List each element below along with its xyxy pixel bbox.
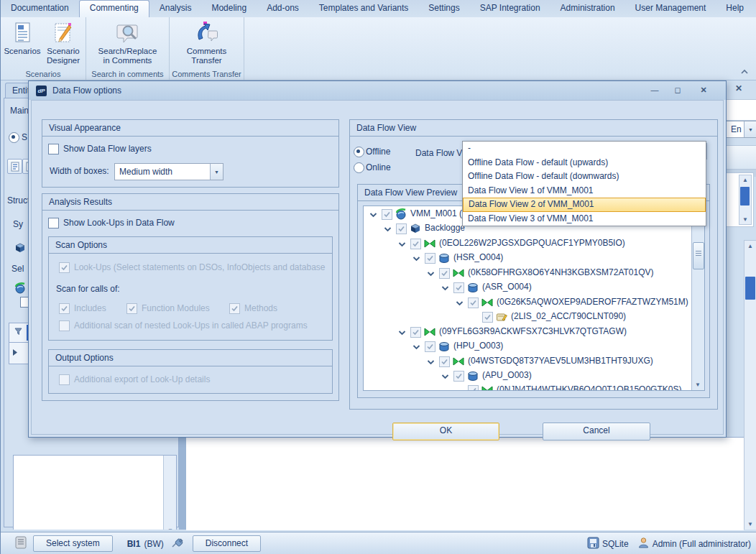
expand-arrow-icon[interactable] bbox=[412, 343, 420, 353]
chevron-down-icon[interactable]: ▼ bbox=[744, 121, 756, 137]
dso-icon bbox=[467, 282, 479, 295]
expand-arrow-icon[interactable] bbox=[427, 358, 435, 368]
offline-radio[interactable] bbox=[354, 147, 364, 157]
scroll-down-icon[interactable]: ▼ bbox=[167, 527, 173, 530]
width-of-boxes-combo[interactable]: Medium width ▼ bbox=[114, 163, 223, 180]
main-vertical-scrollbar[interactable]: ▲ ▼ bbox=[744, 240, 756, 530]
data-flow-preview-tree[interactable]: VMM_M001 (Backlogge(0EOL226W2PJGSXDGPQUA… bbox=[363, 206, 705, 391]
ribbon-tab-help[interactable]: Help bbox=[716, 0, 754, 17]
search-replace-in-comments-button[interactable]: Search/Replace in Comments bbox=[91, 20, 165, 65]
scenario-designer-button[interactable]: Scenario Designer bbox=[42, 20, 84, 65]
vertical-splitter[interactable] bbox=[179, 435, 186, 530]
scroll-down-icon[interactable]: ▼ bbox=[695, 382, 701, 388]
main-scroll-thumb[interactable] bbox=[745, 277, 755, 300]
ribbon-tab-commenting[interactable]: Commenting bbox=[79, 0, 149, 17]
disconnect-button[interactable]: Disconnect bbox=[193, 535, 261, 552]
scan-for-calls-label: Scan for calls of: bbox=[56, 284, 120, 294]
scenarios-button[interactable]: Scenarios bbox=[2, 20, 42, 56]
ribbon-tab-user-management[interactable]: User Management bbox=[625, 0, 716, 17]
expand-arrow-icon[interactable] bbox=[441, 372, 449, 382]
scroll-up-icon[interactable]: ▲ bbox=[742, 177, 748, 183]
tree-node-label: (ASR_O004) bbox=[482, 281, 532, 293]
tree-row[interactable]: (09YFL6G3R9ACKWFSX7C3HLVK7QTGTAGW) bbox=[364, 325, 704, 339]
dropdown-item[interactable]: Offline Data Flow - default (upwards) bbox=[463, 156, 706, 170]
tree-node-checkbox bbox=[410, 239, 421, 249]
tree-row[interactable]: (APU_O003) bbox=[364, 369, 704, 383]
ribbon-tab-add-ons[interactable]: Add-ons bbox=[257, 0, 309, 17]
expand-arrow-icon[interactable] bbox=[427, 269, 435, 280]
tree-row[interactable]: (0EOL226W2PJGSXDGPQUACF1YPMY0B5IO) bbox=[364, 236, 704, 251]
tree-row[interactable]: (0K58OFHRGX8O6Y4NH3KGBXSM72AT01QV) bbox=[364, 266, 704, 280]
tree-row[interactable]: (ASR_O004) bbox=[364, 280, 704, 295]
mini-scroll-thumb[interactable] bbox=[740, 187, 750, 206]
search-in-comment-icon bbox=[115, 20, 141, 46]
language-combo[interactable]: En ▼ bbox=[726, 121, 756, 138]
expand-arrow-icon[interactable] bbox=[369, 211, 377, 221]
tree-scrollbar[interactable]: ▲ ▼ bbox=[691, 206, 704, 390]
data-flow-view-title: Data Flow View bbox=[350, 120, 717, 137]
scroll-down-icon[interactable]: ▼ bbox=[742, 216, 748, 223]
data-flow-options-dialog: dP Data Flow options — ◻ ✕ Visual Appear… bbox=[28, 80, 727, 438]
expand-arrow-icon[interactable] bbox=[441, 284, 449, 294]
application-window: DocumentationCommentingAnalysisModelingA… bbox=[0, 0, 756, 554]
left-list-area[interactable]: ▼ bbox=[13, 455, 177, 530]
expand-arrow-icon[interactable] bbox=[398, 328, 406, 338]
ribbon-tab-administration[interactable]: Administration bbox=[550, 0, 625, 17]
show-lookups-checkbox[interactable] bbox=[48, 218, 59, 228]
scroll-down-icon[interactable]: ▼ bbox=[747, 521, 753, 527]
ribbon-tab-analysis[interactable]: Analysis bbox=[149, 0, 202, 17]
dropdown-item[interactable]: Data Flow View 1 of VMM_M001 bbox=[463, 184, 706, 198]
tree-row[interactable]: (HPU_O003) bbox=[364, 339, 704, 354]
tree-node-checkbox bbox=[439, 268, 450, 279]
show-data-flow-layers-checkbox[interactable] bbox=[48, 144, 59, 154]
mini-scrollbar[interactable]: ▲ ▼ bbox=[739, 175, 752, 225]
ribbon-tab-documentation[interactable]: Documentation bbox=[1, 0, 79, 17]
left-list-scrollbar[interactable]: ▼ bbox=[163, 456, 176, 530]
expand-arrow-icon[interactable] bbox=[456, 299, 464, 309]
panel-close-icon[interactable]: ✕ bbox=[735, 83, 742, 93]
expand-arrow-icon[interactable] bbox=[412, 254, 420, 264]
current-user-label[interactable]: Admin (Full administrator) bbox=[653, 539, 751, 549]
tree-row[interactable]: (0G26K5AQWOXEP9ADEROF7FAZTWZYM51M) bbox=[364, 295, 704, 310]
chevron-down-icon[interactable]: ▼ bbox=[210, 164, 223, 180]
multiprovider-icon bbox=[395, 208, 407, 222]
transformation-icon bbox=[453, 356, 464, 369]
online-radio[interactable] bbox=[354, 162, 364, 173]
dropdown-item[interactable]: Data Flow View 3 of VMM_M001 bbox=[463, 212, 706, 226]
scroll-up-icon[interactable]: ▲ bbox=[747, 243, 753, 249]
select-system-button[interactable]: Select system bbox=[33, 535, 113, 552]
ribbon-tab-sap-integration[interactable]: SAP Integration bbox=[470, 0, 550, 17]
comments-transfer-button[interactable]: Comments Transfer bbox=[174, 20, 240, 65]
expand-arrow-icon[interactable] bbox=[384, 225, 392, 235]
ribbon-tab-settings[interactable]: Settings bbox=[418, 0, 469, 17]
dialog-title-bar[interactable]: dP Data Flow options — ◻ ✕ bbox=[29, 81, 726, 100]
ribbon-tab-templates-and-variants[interactable]: Templates and Variants bbox=[309, 0, 419, 17]
scan-options-title: Scan Options bbox=[49, 237, 332, 254]
cancel-button[interactable]: Cancel bbox=[543, 423, 650, 440]
ribbon-tab-modeling[interactable]: Modeling bbox=[201, 0, 257, 17]
tree-row[interactable]: (HSR_O004) bbox=[364, 251, 704, 265]
ok-button[interactable]: OK bbox=[392, 423, 499, 440]
tree-node-checkbox bbox=[439, 356, 450, 367]
right-panel-button[interactable] bbox=[725, 145, 756, 170]
close-icon[interactable]: ✕ bbox=[696, 85, 711, 96]
tree-node-checkbox bbox=[453, 282, 464, 293]
tree-row[interactable]: (0NJN4TH4WTHKVB6O4O0T1OB15O0GTK0S) bbox=[364, 383, 704, 391]
dropdown-item[interactable]: - bbox=[463, 142, 706, 156]
database-type-label[interactable]: SQLite bbox=[602, 539, 629, 549]
left-panel-radio-label: S bbox=[22, 132, 27, 142]
dropdown-item[interactable]: Offline Data Flow - default (downwards) bbox=[463, 170, 706, 184]
visual-appearance-title: Visual Appearance bbox=[42, 120, 338, 137]
left-panel-radio[interactable] bbox=[9, 132, 19, 143]
document-mini-button[interactable] bbox=[7, 159, 22, 174]
comments-transfer-icon bbox=[194, 20, 220, 46]
tree-scroll-thumb[interactable] bbox=[693, 242, 704, 269]
tree-node-label: (04WSTGDQ8T37YAEV5LUM3HB1THT9JUXG) bbox=[468, 355, 653, 367]
expand-arrow-icon[interactable] bbox=[398, 240, 406, 250]
tree-row[interactable]: (04WSTGDQ8T37YAEV5LUM3HB1THT9JUXG) bbox=[364, 354, 704, 369]
maximize-icon[interactable]: ◻ bbox=[670, 85, 686, 96]
collapse-ribbon-chevron-icon[interactable] bbox=[739, 68, 751, 78]
minimize-icon[interactable]: — bbox=[647, 85, 663, 96]
dropdown-item[interactable]: Data Flow View 2 of VMM_M001 bbox=[463, 198, 706, 212]
tree-row[interactable]: (2LIS_02_ACC/T90CLNT090) bbox=[364, 310, 704, 324]
